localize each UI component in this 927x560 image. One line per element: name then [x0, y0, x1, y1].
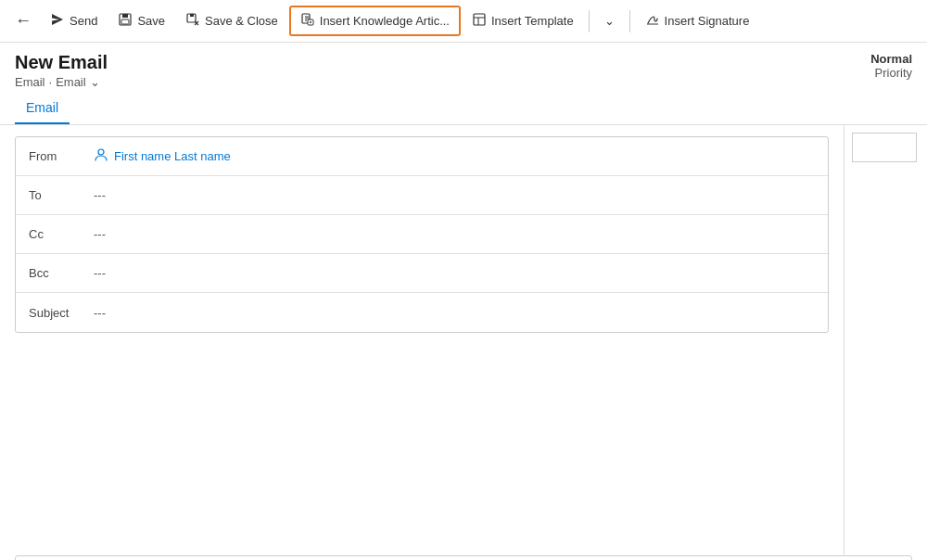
subtitle-email-right: Email	[56, 75, 86, 89]
insert-template-label: Insert Template	[491, 14, 574, 28]
bcc-value: ---	[94, 266, 106, 280]
back-button[interactable]: ←	[7, 6, 39, 35]
to-value: ---	[94, 188, 106, 202]
page-title: New Email	[15, 52, 108, 73]
subject-row[interactable]: Subject ---	[16, 293, 828, 332]
svg-rect-4	[190, 14, 194, 17]
bcc-row[interactable]: Bcc ---	[16, 254, 828, 293]
save-close-label: Save & Close	[205, 14, 278, 28]
insert-knowledge-button[interactable]: Insert Knowledge Artic...	[289, 6, 461, 36]
subtitle-dot: ·	[49, 75, 53, 89]
save-button[interactable]: Save	[108, 7, 174, 34]
insert-signature-label: Insert Signature	[665, 14, 750, 28]
priority-sub: Priority	[870, 66, 912, 80]
svg-rect-1	[122, 14, 128, 18]
from-row: From First name Last name	[16, 137, 828, 176]
toolbar-separator-2	[629, 10, 630, 32]
tab-email-label: Email	[26, 100, 58, 115]
send-label: Send	[70, 14, 97, 28]
header-left: New Email Email · Email ⌄	[15, 52, 108, 89]
to-label: To	[29, 188, 94, 202]
chevron-down-icon[interactable]: ⌄	[90, 75, 100, 89]
bcc-label: Bcc	[29, 266, 94, 280]
from-label: From	[29, 149, 94, 163]
tab-email[interactable]: Email	[15, 93, 70, 124]
svg-point-8	[98, 149, 104, 155]
back-icon: ←	[15, 11, 32, 31]
chevron-down-icon: ⌄	[604, 14, 615, 28]
save-close-button[interactable]: Save & Close	[176, 7, 287, 34]
save-label: Save	[137, 14, 165, 28]
send-button[interactable]: Send	[41, 7, 107, 34]
main-toolbar: ← Send Save Save & Close	[0, 0, 927, 43]
main-content: From First name Last name To ---	[0, 125, 927, 555]
insert-signature-icon	[645, 12, 660, 30]
to-row[interactable]: To ---	[16, 176, 828, 215]
insert-knowledge-icon	[300, 12, 315, 30]
page-subtitle: Email · Email ⌄	[15, 75, 108, 89]
toolbar-separator-1	[589, 10, 590, 32]
editor-area: ⤢ Font Size B I U	[15, 555, 912, 560]
from-value[interactable]: First name Last name	[94, 147, 231, 165]
from-name: First name Last name	[114, 149, 231, 163]
cc-row[interactable]: Cc ---	[16, 215, 828, 254]
insert-knowledge-label: Insert Knowledge Artic...	[320, 14, 450, 28]
cc-value: ---	[94, 227, 106, 241]
right-panel-box	[852, 133, 917, 162]
editor-expand-bar: ⤢	[16, 556, 911, 560]
send-icon	[50, 12, 65, 30]
person-icon	[94, 147, 108, 165]
priority-label: Normal	[870, 52, 912, 66]
page-header: New Email Email · Email ⌄ Normal Priorit…	[0, 43, 927, 93]
priority-section: Normal Priority	[870, 52, 912, 80]
svg-rect-2	[121, 19, 129, 24]
right-panel	[844, 125, 927, 555]
email-fields: From First name Last name To ---	[15, 136, 829, 333]
svg-rect-7	[474, 14, 485, 25]
save-icon	[118, 12, 133, 30]
email-form-wrap: From First name Last name To ---	[0, 125, 844, 555]
tab-bar: Email	[0, 93, 927, 125]
dropdown-arrow-button[interactable]: ⌄	[595, 9, 624, 32]
cc-label: Cc	[29, 227, 94, 241]
subject-label: Subject	[29, 306, 94, 320]
subtitle-email-left: Email	[15, 75, 45, 89]
insert-template-button[interactable]: Insert Template	[463, 7, 583, 34]
insert-signature-button[interactable]: Insert Signature	[636, 7, 759, 34]
save-close-icon	[185, 12, 200, 30]
insert-template-icon	[472, 12, 487, 30]
subject-value: ---	[94, 306, 106, 320]
